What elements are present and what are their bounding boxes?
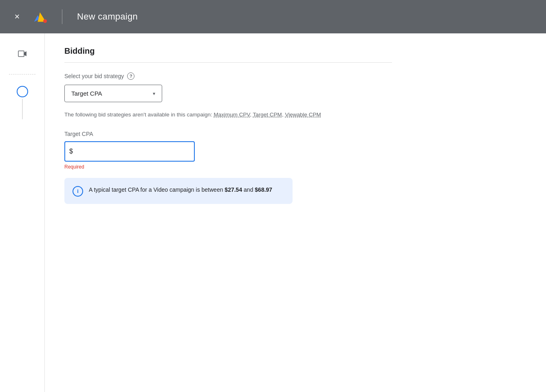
svg-point-2 <box>43 19 47 23</box>
dropdown-arrow-icon: ▾ <box>153 91 155 96</box>
info-amount-low: $27.54 <box>225 186 242 193</box>
info-text-middle: and <box>242 186 255 193</box>
unavailable-strategy-3[interactable]: Viewable CPM <box>285 112 321 118</box>
video-icon <box>13 45 31 63</box>
info-box: i A typical target CPA for a Video campa… <box>64 178 293 204</box>
main-layout: Bidding Select your bid strategy ? Targe… <box>0 33 546 392</box>
section-title: Bidding <box>64 46 392 63</box>
sidebar-item-step[interactable] <box>0 83 44 124</box>
selected-strategy-text: Target CPA <box>71 90 102 97</box>
svg-marker-4 <box>24 51 26 56</box>
close-icon: × <box>15 11 20 22</box>
page-title: New campaign <box>77 11 138 22</box>
sidebar-divider <box>9 74 35 74</box>
info-text-prefix: A typical target CPA for a Video campaig… <box>89 186 225 193</box>
unavailable-strategy-2[interactable]: Target CPM <box>253 112 282 118</box>
bid-strategy-section: Select your bid strategy ? Target CPA ▾ … <box>64 63 392 204</box>
google-ads-logo-icon <box>33 9 47 24</box>
content-area: Bidding Select your bid strategy ? Targe… <box>45 33 546 392</box>
bid-strategy-label-text: Select your bid strategy <box>64 73 124 79</box>
content-inner: Bidding Select your bid strategy ? Targe… <box>45 33 412 217</box>
cpa-input[interactable] <box>64 141 195 162</box>
required-text: Required <box>64 164 392 170</box>
svg-rect-3 <box>18 51 24 57</box>
info-text: A typical target CPA for a Video campaig… <box>89 185 272 194</box>
bid-strategy-label: Select your bid strategy ? <box>64 72 392 80</box>
unavailable-note-prefix: The following bid strategies aren't avai… <box>64 112 212 118</box>
unavailable-strategy-1[interactable]: Maximum CPV <box>214 112 250 118</box>
target-cpa-label: Target CPA <box>64 131 392 137</box>
info-icon: i <box>73 186 83 197</box>
step-line <box>22 99 23 119</box>
unavailable-note: The following bid strategies aren't avai… <box>64 110 374 119</box>
help-icon[interactable]: ? <box>127 72 134 80</box>
sidebar <box>0 33 45 392</box>
close-button[interactable]: × <box>10 9 24 24</box>
step-circle <box>17 86 28 97</box>
cpa-input-wrapper: $ <box>64 141 195 162</box>
info-amount-high: $68.97 <box>255 186 272 193</box>
currency-symbol: $ <box>69 148 73 155</box>
header-divider <box>62 9 62 24</box>
bid-strategy-dropdown[interactable]: Target CPA ▾ <box>64 85 162 102</box>
sidebar-item-video[interactable] <box>0 42 44 66</box>
app-header: × New campaign <box>0 0 546 33</box>
app-logo <box>33 9 47 24</box>
